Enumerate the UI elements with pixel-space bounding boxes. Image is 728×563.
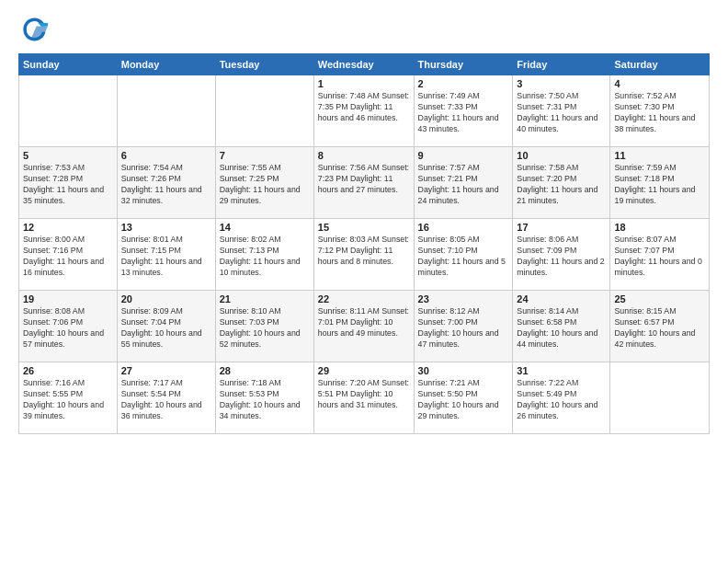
day-number: 11 bbox=[614, 150, 705, 161]
day-info: Sunrise: 8:00 AM Sunset: 7:16 PM Dayligh… bbox=[23, 235, 113, 279]
day-number: 18 bbox=[614, 222, 705, 233]
day-info: Sunrise: 7:55 AM Sunset: 7:25 PM Dayligh… bbox=[220, 163, 310, 207]
header bbox=[18, 15, 710, 44]
day-info: Sunrise: 7:53 AM Sunset: 7:28 PM Dayligh… bbox=[23, 163, 113, 207]
calendar-table: SundayMondayTuesdayWednesdayThursdayFrid… bbox=[18, 53, 710, 434]
calendar-cell: 25Sunrise: 8:15 AM Sunset: 6:57 PM Dayli… bbox=[610, 291, 710, 362]
day-number: 25 bbox=[614, 293, 705, 304]
day-info: Sunrise: 7:48 AM Sunset: 7:35 PM Dayligh… bbox=[318, 91, 410, 124]
calendar-cell: 20Sunrise: 8:09 AM Sunset: 7:04 PM Dayli… bbox=[117, 291, 215, 362]
day-info: Sunrise: 8:11 AM Sunset: 7:01 PM Dayligh… bbox=[318, 306, 410, 339]
day-info: Sunrise: 7:50 AM Sunset: 7:31 PM Dayligh… bbox=[517, 91, 606, 135]
weekday-header-monday: Monday bbox=[117, 54, 215, 75]
day-number: 8 bbox=[318, 150, 410, 161]
calendar-cell: 7Sunrise: 7:55 AM Sunset: 7:25 PM Daylig… bbox=[215, 147, 313, 219]
page: SundayMondayTuesdayWednesdayThursdayFrid… bbox=[0, 0, 728, 563]
logo-icon bbox=[18, 15, 48, 44]
weekday-header-thursday: Thursday bbox=[414, 54, 513, 75]
weekday-header-row: SundayMondayTuesdayWednesdayThursdayFrid… bbox=[19, 54, 710, 75]
day-info: Sunrise: 8:07 AM Sunset: 7:07 PM Dayligh… bbox=[614, 235, 705, 279]
day-info: Sunrise: 8:06 AM Sunset: 7:09 PM Dayligh… bbox=[517, 235, 606, 279]
calendar-cell bbox=[610, 362, 710, 434]
calendar-cell: 30Sunrise: 7:21 AM Sunset: 5:50 PM Dayli… bbox=[414, 362, 513, 434]
calendar-cell: 13Sunrise: 8:01 AM Sunset: 7:15 PM Dayli… bbox=[117, 219, 215, 291]
day-info: Sunrise: 8:02 AM Sunset: 7:13 PM Dayligh… bbox=[220, 235, 310, 279]
day-info: Sunrise: 7:20 AM Sunset: 5:51 PM Dayligh… bbox=[318, 378, 410, 411]
calendar-cell: 21Sunrise: 8:10 AM Sunset: 7:03 PM Dayli… bbox=[215, 291, 313, 362]
calendar-cell: 11Sunrise: 7:59 AM Sunset: 7:18 PM Dayli… bbox=[610, 147, 710, 219]
day-number: 31 bbox=[517, 365, 606, 376]
day-number: 3 bbox=[517, 78, 606, 89]
day-info: Sunrise: 8:15 AM Sunset: 6:57 PM Dayligh… bbox=[614, 306, 705, 350]
calendar-cell: 9Sunrise: 7:57 AM Sunset: 7:21 PM Daylig… bbox=[414, 147, 513, 219]
calendar-cell: 1Sunrise: 7:48 AM Sunset: 7:35 PM Daylig… bbox=[313, 75, 414, 147]
calendar-cell: 29Sunrise: 7:20 AM Sunset: 5:51 PM Dayli… bbox=[313, 362, 414, 434]
day-number: 7 bbox=[220, 150, 310, 161]
day-number: 28 bbox=[220, 365, 310, 376]
calendar-cell: 24Sunrise: 8:14 AM Sunset: 6:58 PM Dayli… bbox=[513, 291, 610, 362]
calendar-cell: 10Sunrise: 7:58 AM Sunset: 7:20 PM Dayli… bbox=[513, 147, 610, 219]
day-number: 17 bbox=[517, 222, 606, 233]
day-info: Sunrise: 8:08 AM Sunset: 7:06 PM Dayligh… bbox=[23, 306, 113, 350]
day-number: 1 bbox=[318, 78, 410, 89]
calendar-cell bbox=[117, 75, 215, 147]
day-number: 12 bbox=[23, 222, 113, 233]
day-number: 16 bbox=[418, 222, 509, 233]
calendar-cell: 31Sunrise: 7:22 AM Sunset: 5:49 PM Dayli… bbox=[513, 362, 610, 434]
calendar-cell: 4Sunrise: 7:52 AM Sunset: 7:30 PM Daylig… bbox=[610, 75, 710, 147]
calendar-row-2: 5Sunrise: 7:53 AM Sunset: 7:28 PM Daylig… bbox=[19, 147, 710, 219]
day-info: Sunrise: 7:59 AM Sunset: 7:18 PM Dayligh… bbox=[614, 163, 705, 207]
calendar-cell: 15Sunrise: 8:03 AM Sunset: 7:12 PM Dayli… bbox=[313, 219, 414, 291]
weekday-header-sunday: Sunday bbox=[19, 54, 118, 75]
weekday-header-saturday: Saturday bbox=[610, 54, 710, 75]
calendar-cell: 28Sunrise: 7:18 AM Sunset: 5:53 PM Dayli… bbox=[215, 362, 313, 434]
calendar-row-5: 26Sunrise: 7:16 AM Sunset: 5:55 PM Dayli… bbox=[19, 362, 710, 434]
day-info: Sunrise: 7:18 AM Sunset: 5:53 PM Dayligh… bbox=[220, 378, 310, 422]
calendar-cell: 16Sunrise: 8:05 AM Sunset: 7:10 PM Dayli… bbox=[414, 219, 513, 291]
calendar-cell: 12Sunrise: 8:00 AM Sunset: 7:16 PM Dayli… bbox=[19, 219, 118, 291]
logo bbox=[18, 15, 51, 44]
day-info: Sunrise: 7:22 AM Sunset: 5:49 PM Dayligh… bbox=[517, 378, 606, 422]
day-info: Sunrise: 7:56 AM Sunset: 7:23 PM Dayligh… bbox=[318, 163, 410, 196]
calendar-row-3: 12Sunrise: 8:00 AM Sunset: 7:16 PM Dayli… bbox=[19, 219, 710, 291]
day-number: 6 bbox=[121, 150, 211, 161]
calendar-cell bbox=[19, 75, 118, 147]
calendar-cell: 26Sunrise: 7:16 AM Sunset: 5:55 PM Dayli… bbox=[19, 362, 118, 434]
day-info: Sunrise: 7:58 AM Sunset: 7:20 PM Dayligh… bbox=[517, 163, 606, 207]
calendar-cell: 8Sunrise: 7:56 AM Sunset: 7:23 PM Daylig… bbox=[313, 147, 414, 219]
calendar-cell: 23Sunrise: 8:12 AM Sunset: 7:00 PM Dayli… bbox=[414, 291, 513, 362]
day-number: 2 bbox=[418, 78, 509, 89]
calendar-cell: 6Sunrise: 7:54 AM Sunset: 7:26 PM Daylig… bbox=[117, 147, 215, 219]
day-number: 27 bbox=[121, 365, 211, 376]
day-number: 9 bbox=[418, 150, 509, 161]
day-info: Sunrise: 7:17 AM Sunset: 5:54 PM Dayligh… bbox=[121, 378, 211, 422]
calendar-cell: 2Sunrise: 7:49 AM Sunset: 7:33 PM Daylig… bbox=[414, 75, 513, 147]
day-number: 19 bbox=[23, 293, 113, 304]
day-number: 24 bbox=[517, 293, 606, 304]
calendar-cell: 27Sunrise: 7:17 AM Sunset: 5:54 PM Dayli… bbox=[117, 362, 215, 434]
calendar-cell bbox=[215, 75, 313, 147]
day-number: 5 bbox=[23, 150, 113, 161]
day-info: Sunrise: 7:16 AM Sunset: 5:55 PM Dayligh… bbox=[23, 378, 113, 422]
day-info: Sunrise: 7:21 AM Sunset: 5:50 PM Dayligh… bbox=[418, 378, 509, 422]
calendar-cell: 22Sunrise: 8:11 AM Sunset: 7:01 PM Dayli… bbox=[313, 291, 414, 362]
day-number: 14 bbox=[220, 222, 310, 233]
calendar-body: 1Sunrise: 7:48 AM Sunset: 7:35 PM Daylig… bbox=[19, 75, 710, 434]
day-number: 22 bbox=[318, 293, 410, 304]
day-number: 4 bbox=[614, 78, 705, 89]
calendar-cell: 19Sunrise: 8:08 AM Sunset: 7:06 PM Dayli… bbox=[19, 291, 118, 362]
day-info: Sunrise: 7:49 AM Sunset: 7:33 PM Dayligh… bbox=[418, 91, 509, 135]
day-number: 15 bbox=[318, 222, 410, 233]
weekday-header-wednesday: Wednesday bbox=[313, 54, 414, 75]
day-info: Sunrise: 7:54 AM Sunset: 7:26 PM Dayligh… bbox=[121, 163, 211, 207]
weekday-header-friday: Friday bbox=[513, 54, 610, 75]
day-number: 10 bbox=[517, 150, 606, 161]
weekday-header-tuesday: Tuesday bbox=[215, 54, 313, 75]
day-info: Sunrise: 8:05 AM Sunset: 7:10 PM Dayligh… bbox=[418, 235, 509, 279]
calendar-row-1: 1Sunrise: 7:48 AM Sunset: 7:35 PM Daylig… bbox=[19, 75, 710, 147]
day-number: 13 bbox=[121, 222, 211, 233]
day-number: 30 bbox=[418, 365, 509, 376]
day-number: 20 bbox=[121, 293, 211, 304]
day-info: Sunrise: 8:12 AM Sunset: 7:00 PM Dayligh… bbox=[418, 306, 509, 350]
calendar-cell: 3Sunrise: 7:50 AM Sunset: 7:31 PM Daylig… bbox=[513, 75, 610, 147]
